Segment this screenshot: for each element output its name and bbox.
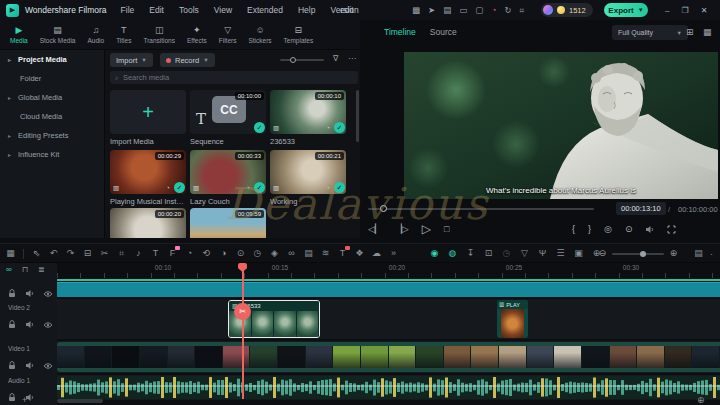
previous-frame-button[interactable]: ◁▏ bbox=[368, 225, 382, 234]
split-icon[interactable]: ✂ bbox=[100, 249, 109, 258]
device-icon[interactable]: ▭ bbox=[459, 6, 467, 15]
export-button[interactable]: Export▼ bbox=[604, 3, 648, 17]
fullscreen-button[interactable] bbox=[667, 225, 676, 234]
quality-dropdown[interactable]: Full Quality▼ bbox=[612, 25, 688, 40]
adjust-icon[interactable]: ≋ bbox=[321, 249, 330, 258]
split-scissors-icon[interactable]: ✂ bbox=[234, 303, 251, 320]
speed-icon[interactable]: ◔ bbox=[185, 249, 194, 258]
filter-icon[interactable]: ∇ bbox=[333, 54, 338, 63]
zoom-slider[interactable] bbox=[612, 253, 664, 255]
eye-icon[interactable] bbox=[43, 315, 53, 333]
seek-bar[interactable] bbox=[368, 208, 594, 210]
track-height-icon[interactable]: ▤ bbox=[694, 249, 703, 258]
effects-tool-icon[interactable]: ❖ bbox=[355, 249, 364, 258]
video1-clip[interactable] bbox=[57, 342, 720, 372]
timer-icon[interactable]: ◷ bbox=[502, 249, 511, 258]
shortcut-icon[interactable]: ⌗ bbox=[520, 6, 525, 15]
edit-label[interactable]: edit bbox=[340, 5, 354, 15]
delete-icon[interactable]: ⊟ bbox=[83, 249, 92, 258]
color-icon[interactable]: ◑ bbox=[219, 249, 228, 258]
eye-icon[interactable] bbox=[43, 356, 53, 374]
playhead-pin[interactable] bbox=[238, 263, 247, 272]
smart-text-icon[interactable]: F bbox=[168, 249, 177, 258]
media-thumbnail[interactable]: 00:00:20▥◔ bbox=[110, 208, 186, 238]
media-item-clip[interactable]: 00:00:20▥◔ bbox=[110, 208, 186, 238]
slider-knob[interactable] bbox=[290, 57, 296, 63]
share-icon[interactable]: ➤ bbox=[428, 6, 435, 15]
media-item-Working[interactable]: 00:00:21▥◔✓Working bbox=[270, 150, 346, 206]
duration-icon[interactable]: ◷ bbox=[253, 249, 262, 258]
sidebar-item-influence-kit[interactable]: ▸Influence Kit bbox=[0, 145, 104, 164]
mark-out-button[interactable]: } bbox=[588, 225, 591, 234]
media-thumbnail[interactable]: 00:00:21▥◔✓ bbox=[270, 150, 346, 194]
sync-icon[interactable]: ↻ bbox=[504, 6, 511, 15]
media-item-Playing Musical Instru...[interactable]: 00:00:29▥◔✓Playing Musical Instru... bbox=[110, 150, 186, 206]
thumbnail-size-slider[interactable] bbox=[280, 59, 324, 61]
volume-button[interactable] bbox=[645, 225, 654, 234]
lock-icon[interactable] bbox=[8, 315, 16, 333]
playhead-line[interactable] bbox=[242, 263, 244, 399]
zoom-out-icon[interactable]: ⊖ bbox=[598, 249, 607, 258]
tab-stickers[interactable]: ☺Stickers bbox=[242, 20, 277, 49]
track-video2[interactable] bbox=[57, 299, 720, 339]
mixer-icon[interactable]: ☰ bbox=[556, 249, 565, 258]
timeline-hscrollbar[interactable] bbox=[57, 399, 103, 403]
menu-tools[interactable]: Tools bbox=[179, 5, 199, 15]
media-item-236533[interactable]: 00:00:10▥◔✓236533 bbox=[270, 90, 346, 146]
grid-view-icon[interactable]: ⊞ bbox=[686, 27, 694, 37]
close-button[interactable]: ✕ bbox=[701, 6, 708, 15]
motion-track-icon[interactable]: ⊙ bbox=[236, 249, 245, 258]
voiceover-icon[interactable]: Ψ bbox=[538, 249, 547, 258]
auto-ripple-icon[interactable]: ∞ bbox=[6, 266, 12, 274]
tab-timeline[interactable]: Timeline bbox=[384, 27, 416, 37]
play-sticker-clip[interactable]: ▥ PLAY bbox=[497, 300, 528, 338]
shield-icon[interactable]: ▽ bbox=[520, 249, 529, 258]
tab-audio[interactable]: ♫Audio bbox=[82, 20, 111, 49]
search-input[interactable]: ⌕ Search media bbox=[110, 71, 358, 84]
tab-stock-media[interactable]: ▤Stock Media bbox=[34, 20, 82, 49]
copy-icon[interactable]: ▣ bbox=[574, 249, 583, 258]
menu-file[interactable]: File bbox=[121, 5, 135, 15]
minimize-button[interactable]: – bbox=[665, 6, 669, 15]
media-thumbnail[interactable]: TCC00:10:00✓ bbox=[190, 90, 266, 134]
menu-edit[interactable]: Edit bbox=[149, 5, 164, 15]
menu-view[interactable]: View bbox=[214, 5, 232, 15]
crop-icon[interactable]: ⌗ bbox=[117, 249, 126, 258]
media-scrollbar[interactable] bbox=[356, 90, 359, 142]
lock-icon[interactable] bbox=[8, 356, 16, 374]
tab-media[interactable]: ▶Media bbox=[4, 20, 34, 49]
restore-button[interactable]: ❐ bbox=[681, 6, 688, 15]
more-options-icon[interactable]: ⋯ bbox=[348, 54, 356, 63]
sidebar-item-cloud-media[interactable]: Cloud Media bbox=[0, 107, 104, 126]
audio1-clip[interactable] bbox=[57, 376, 720, 399]
seek-knob[interactable] bbox=[380, 205, 387, 212]
sidebar-item-project-media[interactable]: ▸Project Media bbox=[0, 50, 104, 69]
lock-icon[interactable] bbox=[8, 284, 16, 302]
video-viewport[interactable]: What's incredible about Marcus Aurelius … bbox=[404, 52, 718, 199]
toolbar-overflow-dot[interactable]: · bbox=[710, 249, 713, 259]
media-item-Import Media[interactable]: +Import Media bbox=[110, 90, 186, 146]
menu-extended[interactable]: Extended bbox=[247, 5, 283, 15]
link-icon[interactable]: ∞ bbox=[287, 249, 296, 258]
play-button[interactable]: ▷ bbox=[422, 223, 431, 235]
magnet-icon[interactable]: ⊓ bbox=[22, 266, 28, 274]
zoom-fit-icon[interactable]: ⊕ bbox=[697, 395, 705, 405]
zoom-slider-knob[interactable] bbox=[640, 251, 646, 257]
tab-transitions[interactable]: ◫Transitions bbox=[137, 20, 181, 49]
feedback-icon[interactable]: ▤ bbox=[443, 6, 451, 15]
media-thumbnail[interactable]: + bbox=[110, 90, 186, 134]
eye-icon[interactable] bbox=[43, 284, 53, 302]
document-icon[interactable]: ▢ bbox=[475, 6, 483, 15]
export-clip-icon[interactable]: ↧ bbox=[466, 249, 475, 258]
media-thumbnail[interactable]: 00:00:10▥◔✓ bbox=[270, 90, 346, 134]
media-browser-icon[interactable]: ▦ bbox=[6, 249, 15, 258]
audio-stretch-icon[interactable]: ◍ bbox=[448, 249, 457, 258]
gift-icon[interactable]: ▩ bbox=[412, 6, 420, 15]
keyframe-icon[interactable]: ◈ bbox=[270, 249, 279, 258]
more-tools-icon[interactable]: » bbox=[389, 249, 398, 258]
performance-icon[interactable]: ◔ bbox=[491, 6, 496, 15]
add-track-button[interactable]: + bbox=[22, 395, 27, 405]
snapshot-button[interactable]: ⊙ bbox=[625, 225, 633, 234]
track-manager-icon[interactable]: ≣ bbox=[38, 266, 45, 274]
media-item-clip[interactable]: 00:09:59▥◔ bbox=[190, 208, 266, 238]
